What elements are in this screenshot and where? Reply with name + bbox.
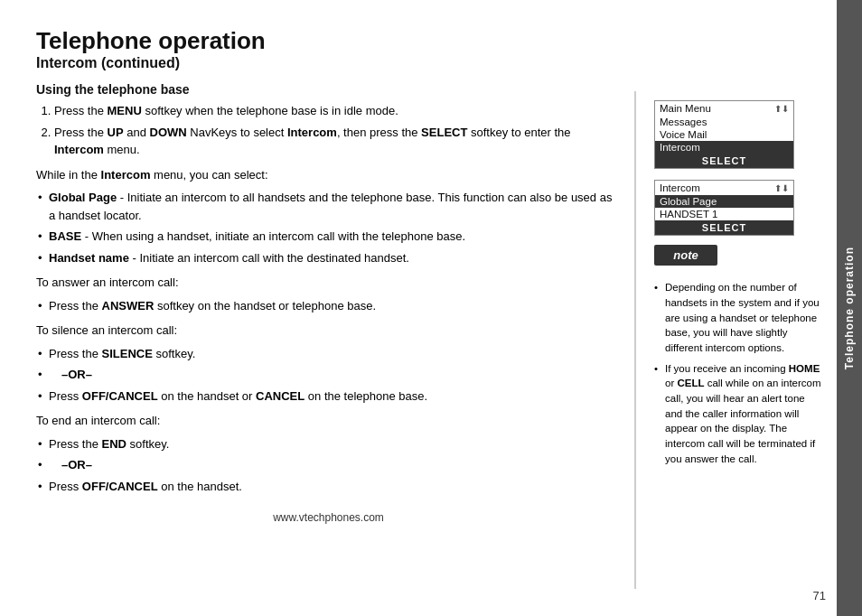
screen-1-header: Main Menu ⬆⬇ <box>655 101 793 116</box>
answer-heading: To answer an intercom call: <box>36 274 621 292</box>
note-bullet-2: If you receive an incoming HOME or CELL … <box>654 361 821 467</box>
screen-container: Main Menu ⬆⬇ Messages Voice Mail Interco… <box>654 100 821 236</box>
end-item-or: –OR– <box>36 456 621 474</box>
screen-2-row-globalpage: Global Page <box>655 195 793 208</box>
page-title: Telephone operation <box>36 27 835 55</box>
screen-1: Main Menu ⬆⬇ Messages Voice Mail Interco… <box>654 100 794 169</box>
screen-1-row-intercom: Intercom <box>655 141 793 154</box>
option-base: BASE - When using a handset, initiate an… <box>36 228 621 246</box>
steps-list: Press the MENU softkey when the telephon… <box>54 102 621 159</box>
screen-2-arrow: ⬆⬇ <box>774 183 789 193</box>
screen-2-header: Intercom ⬆⬇ <box>655 181 793 195</box>
end-item-2: Press OFF/CANCEL on the handset. <box>36 478 621 496</box>
step-2: Press the UP and DOWN NavKeys to select … <box>54 124 621 159</box>
screen-1-row-voicemail: Voice Mail <box>655 128 793 141</box>
option-handset-name: Handset name - Initiate an intercom call… <box>36 249 621 267</box>
answer-item: Press the ANSWER softkey on the handset … <box>36 297 621 315</box>
note-bullet-1: Depending on the number of handsets in t… <box>654 280 821 355</box>
answer-list: Press the ANSWER softkey on the handset … <box>36 297 621 315</box>
end-heading: To end an intercom call: <box>36 412 621 430</box>
while-intercom-intro: While in the Intercom menu, you can sele… <box>36 166 621 184</box>
section-heading-base: Using the telephone base <box>36 82 621 97</box>
page-number: 71 <box>813 589 826 602</box>
side-tab-label: Telephone operation <box>843 247 856 369</box>
screen-2-row-handset1: HANDSET 1 <box>655 208 793 220</box>
intercom-options-list: Global Page - Initiate an intercom to al… <box>36 189 621 266</box>
note-box: note <box>654 245 717 266</box>
screen-1-arrow: ⬆⬇ <box>774 104 789 114</box>
footer-url: www.vtechphones.com <box>36 502 621 524</box>
screen-2-select: SELECT <box>655 220 793 235</box>
step-1: Press the MENU softkey when the telephon… <box>54 102 621 120</box>
screen-1-select: SELECT <box>655 154 793 168</box>
end-list: Press the END softkey. –OR– Press OFF/CA… <box>36 435 621 496</box>
silence-heading: To silence an intercom call: <box>36 322 621 340</box>
silence-item-1: Press the SILENCE softkey. <box>36 345 621 363</box>
silence-list: Press the SILENCE softkey. –OR– Press OF… <box>36 345 621 406</box>
silence-item-2: Press OFF/CANCEL on the handset or CANCE… <box>36 387 621 406</box>
option-global-page: Global Page - Initiate an intercom to al… <box>36 189 621 224</box>
note-bullets-list: Depending on the number of handsets in t… <box>654 280 821 471</box>
silence-item-or: –OR– <box>36 366 621 384</box>
screen-2: Intercom ⬆⬇ Global Page HANDSET 1 SELECT <box>654 180 794 236</box>
side-tab: Telephone operation <box>837 0 862 616</box>
screen-1-row-messages: Messages <box>655 116 793 128</box>
end-item-1: Press the END softkey. <box>36 435 621 453</box>
page-subtitle: Intercom (continued) <box>36 55 835 71</box>
